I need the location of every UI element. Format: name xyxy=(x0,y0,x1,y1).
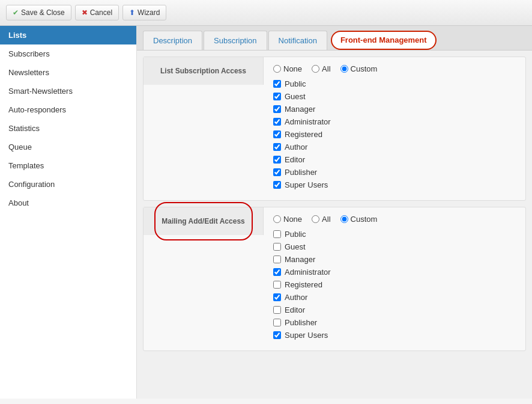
section-list-subscription-radio-row: None All Custom xyxy=(273,64,516,73)
tab-frontend-management[interactable]: Front-end Management xyxy=(331,31,437,50)
section-mailing-access-row: Mailing Add/Edit Access None All xyxy=(144,207,525,350)
checkbox-administrator-input[interactable] xyxy=(273,118,281,126)
wizard-icon: ⬆ xyxy=(129,8,135,17)
mailing-checkbox-guest-input[interactable] xyxy=(273,243,281,251)
mailing-radio-all[interactable] xyxy=(312,215,319,223)
mailing-checkbox-manager-input[interactable] xyxy=(273,256,281,263)
section-list-subscription: List Subscription Access None All xyxy=(143,57,526,201)
checkbox-guest-input[interactable] xyxy=(273,93,281,100)
mailing-checkbox-publisher: Publisher xyxy=(273,318,516,327)
mailing-checkbox-public: Public xyxy=(273,230,516,239)
save-close-label: Save & Close xyxy=(21,8,65,17)
checkbox-guest: Guest xyxy=(273,92,516,101)
sidebar-item-queue[interactable]: Queue xyxy=(0,138,136,156)
mailing-checkbox-administrator-input[interactable] xyxy=(273,268,281,276)
checkbox-public: Public xyxy=(273,79,516,88)
tab-subscription[interactable]: Subscription xyxy=(204,31,267,50)
wizard-label: Wizard xyxy=(138,8,160,17)
mailing-checkbox-author-input[interactable] xyxy=(273,293,281,301)
check-icon: ✔ xyxy=(13,8,19,17)
cancel-button[interactable]: ✖ Cancel xyxy=(75,5,119,20)
mailing-radio-custom[interactable] xyxy=(340,215,348,223)
mailing-checkbox-publisher-input[interactable] xyxy=(273,319,281,326)
wizard-button[interactable]: ⬆ Wizard xyxy=(122,5,166,20)
section-mailing-access-label: Mailing Add/Edit Access xyxy=(144,207,264,235)
radio-custom[interactable] xyxy=(340,65,348,73)
mailing-radio-custom-option[interactable]: Custom xyxy=(340,215,378,224)
checkbox-administrator: Administrator xyxy=(273,117,516,126)
mailing-checkbox-manager: Manager xyxy=(273,255,516,264)
checkbox-superusers-input[interactable] xyxy=(273,181,281,189)
mailing-checkbox-public-input[interactable] xyxy=(273,230,281,238)
mailing-checkbox-superusers-input[interactable] xyxy=(273,331,281,339)
sidebar-item-about[interactable]: About xyxy=(0,194,136,212)
checkbox-registered: Registered xyxy=(273,130,516,139)
checkbox-author: Author xyxy=(273,142,516,152)
checkbox-editor-input[interactable] xyxy=(273,156,281,164)
sidebar-item-auto-responders[interactable]: Auto-responders xyxy=(0,100,136,119)
checkbox-manager: Manager xyxy=(273,105,516,114)
section-mailing-radio-row: None All Custom xyxy=(273,215,516,224)
mailing-radio-none-option[interactable]: None xyxy=(273,215,302,224)
mailing-checkbox-editor: Editor xyxy=(273,305,516,314)
mailing-checkbox-author: Author xyxy=(273,293,516,302)
checkbox-publisher: Publisher xyxy=(273,168,516,177)
sidebar-item-statistics[interactable]: Statistics xyxy=(0,119,136,138)
checkbox-editor: Editor xyxy=(273,155,516,164)
checkbox-public-input[interactable] xyxy=(273,80,281,88)
mailing-checkbox-registered-input[interactable] xyxy=(273,281,281,289)
toolbar: ✔ Save & Close ✖ Cancel ⬆ Wizard xyxy=(0,0,532,26)
main-layout: Lists Subscribers Newsletters Smart-News… xyxy=(0,26,532,399)
mailing-checkbox-registered: Registered xyxy=(273,280,516,289)
radio-none[interactable] xyxy=(273,65,281,73)
sidebar-item-subscribers[interactable]: Subscribers xyxy=(0,44,136,63)
radio-custom-option[interactable]: Custom xyxy=(340,64,378,73)
sidebar-item-smart-newsletters[interactable]: Smart-Newsletters xyxy=(0,82,136,100)
tab-bar: Description Subscription Notification Fr… xyxy=(137,26,532,50)
checkbox-author-input[interactable] xyxy=(273,143,281,151)
radio-all-option[interactable]: All xyxy=(312,64,330,73)
content-area: Description Subscription Notification Fr… xyxy=(137,26,532,399)
sidebar-item-newsletters[interactable]: Newsletters xyxy=(0,63,136,82)
cancel-label: Cancel xyxy=(90,8,112,17)
mailing-radio-none[interactable] xyxy=(273,215,281,223)
checkbox-publisher-input[interactable] xyxy=(273,168,281,176)
sidebar-item-templates[interactable]: Templates xyxy=(0,156,136,175)
radio-all[interactable] xyxy=(312,65,319,73)
tab-description[interactable]: Description xyxy=(143,31,202,50)
checkbox-superusers: Super Users xyxy=(273,180,516,189)
section-list-subscription-row: List Subscription Access None All xyxy=(144,57,525,200)
section-list-subscription-label: List Subscription Access xyxy=(144,57,264,85)
x-icon: ✖ xyxy=(82,8,88,17)
sidebar: Lists Subscribers Newsletters Smart-News… xyxy=(0,26,137,399)
radio-none-option[interactable]: None xyxy=(273,64,302,73)
mailing-checkbox-administrator: Administrator xyxy=(273,268,516,277)
mailing-checkbox-guest: Guest xyxy=(273,242,516,251)
section-mailing-access: Mailing Add/Edit Access None All xyxy=(143,207,526,351)
section-mailing-access-content: None All Custom Public xyxy=(264,207,525,350)
tab-notification[interactable]: Notification xyxy=(268,31,327,50)
checkbox-registered-input[interactable] xyxy=(273,130,281,138)
mailing-radio-all-option[interactable]: All xyxy=(312,215,330,224)
sidebar-item-configuration[interactable]: Configuration xyxy=(0,175,136,194)
mailing-checkbox-superusers: Super Users xyxy=(273,331,516,340)
section-list-subscription-content: None All Custom Public xyxy=(264,57,525,200)
checkbox-manager-input[interactable] xyxy=(273,105,281,113)
mailing-checkbox-editor-input[interactable] xyxy=(273,306,281,314)
sidebar-item-lists[interactable]: Lists xyxy=(0,26,136,44)
save-close-button[interactable]: ✔ Save & Close xyxy=(6,5,71,20)
